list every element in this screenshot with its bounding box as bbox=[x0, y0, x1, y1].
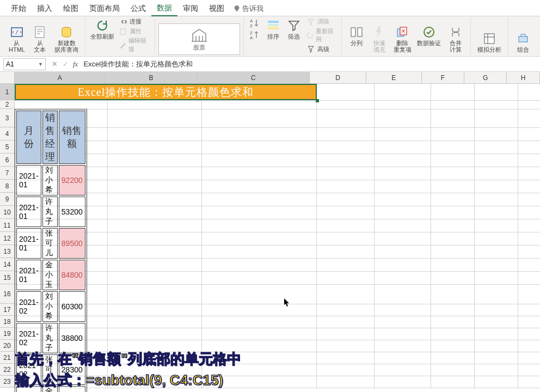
selection-handle[interactable] bbox=[316, 99, 319, 102]
consolidate-button[interactable]: 合并 计算 bbox=[444, 23, 467, 54]
whatif-button[interactable]: 模拟分析 bbox=[474, 30, 505, 54]
header-amount[interactable]: 销售额 bbox=[59, 111, 85, 164]
row-header-1[interactable]: 1 bbox=[0, 84, 15, 100]
sort-button[interactable]: 排序 bbox=[263, 17, 284, 41]
cell-month-0[interactable]: 2021-01 bbox=[16, 165, 41, 195]
cell-amount-0[interactable]: 92200 bbox=[59, 165, 85, 195]
tab-data[interactable]: 数据 bbox=[151, 1, 177, 16]
col-header-F[interactable]: F bbox=[422, 72, 464, 84]
row-header-19[interactable]: 19 bbox=[0, 328, 15, 340]
row-header-7[interactable]: 7 bbox=[0, 167, 15, 180]
select-all-corner[interactable] bbox=[0, 72, 15, 84]
svg-text:A: A bbox=[250, 19, 253, 23]
building-icon bbox=[189, 27, 209, 42]
cell-manager-4[interactable]: 刘小希 bbox=[42, 291, 58, 322]
svg-rect-16 bbox=[484, 34, 494, 44]
formula-input[interactable]: Excel操作技能：按单元格颜色求和 bbox=[80, 59, 540, 69]
tab-draw[interactable]: 绘图 bbox=[58, 2, 84, 16]
connections-button[interactable]: 连接 bbox=[116, 17, 151, 26]
group-button[interactable]: 组合 bbox=[512, 30, 535, 54]
row-header-17[interactable]: 17 bbox=[0, 304, 15, 316]
cancel-formula-button[interactable]: ✕ bbox=[49, 60, 60, 68]
spreadsheet[interactable]: ABCDEFGH 1234567891011121314151617181920… bbox=[0, 72, 540, 392]
filter-button[interactable]: 筛选 bbox=[284, 17, 304, 41]
from-text-button[interactable]: 从 文本 bbox=[28, 23, 51, 54]
sort-az-icon: AZ bbox=[249, 17, 260, 28]
row-header-6[interactable]: 6 bbox=[0, 154, 15, 167]
cell-title-merged[interactable]: Excel操作技能：按单元格颜色求和 bbox=[15, 84, 317, 100]
reapply-button[interactable]: 重新应用 bbox=[304, 27, 338, 45]
refresh-icon bbox=[96, 19, 109, 32]
cell-manager-1[interactable]: 许丸子 bbox=[42, 197, 58, 227]
refresh-all-button[interactable]: 全部刷新 bbox=[89, 17, 116, 41]
row-header-8[interactable]: 8 bbox=[0, 180, 15, 193]
tab-start[interactable]: 开始 bbox=[5, 2, 32, 16]
tab-formula[interactable]: 公式 bbox=[125, 2, 151, 16]
text-to-columns-button[interactable]: 分列 bbox=[345, 23, 368, 47]
enter-formula-button[interactable]: ✓ bbox=[60, 60, 71, 68]
cell-amount-4[interactable]: 60300 bbox=[59, 291, 85, 322]
new-db-query-button[interactable]: 新建数 据库查询 bbox=[51, 23, 82, 54]
cell-amount-2[interactable]: 89500 bbox=[59, 228, 85, 259]
name-box[interactable]: A1▼ bbox=[3, 58, 46, 70]
row-header-10[interactable]: 10 bbox=[0, 206, 15, 219]
data-validation-button[interactable]: 数据验证 bbox=[414, 23, 444, 47]
tab-insert[interactable]: 插入 bbox=[32, 2, 58, 16]
flash-fill-button[interactable]: 快速 填充 bbox=[368, 23, 391, 54]
ribbon-body: 从 HTML 从 文本 新建数 据库查询 全部刷新 连接 属性 编辑链接 bbox=[0, 16, 540, 57]
clear-filter-button[interactable]: 清除 bbox=[304, 17, 338, 26]
row-header-16[interactable]: 16 bbox=[0, 284, 15, 304]
cell-month-3[interactable]: 2021-01 bbox=[16, 260, 41, 290]
row-header-15[interactable]: 15 bbox=[0, 271, 15, 284]
cell-month-4[interactable]: 2021-02 bbox=[16, 291, 41, 322]
row-header-23[interactable]: 23 bbox=[0, 376, 15, 388]
row-header-2[interactable]: 2 bbox=[0, 100, 15, 109]
remove-duplicates-button[interactable]: 删除 重复项 bbox=[391, 23, 414, 54]
ribbon-tabs: 开始 插入 绘图 页面布局 公式 数据 审阅 视图 告诉我 bbox=[0, 0, 540, 16]
col-header-C[interactable]: C bbox=[198, 72, 310, 84]
row-header-5[interactable]: 5 bbox=[0, 140, 15, 154]
col-header-B[interactable]: B bbox=[105, 72, 197, 84]
row-header-14[interactable]: 14 bbox=[0, 258, 15, 271]
col-header-D[interactable]: D bbox=[310, 72, 366, 84]
edit-links-button[interactable]: 编辑链接 bbox=[116, 36, 151, 54]
svg-rect-10 bbox=[268, 27, 279, 29]
stocks-data-type[interactable]: 股票 bbox=[158, 23, 240, 55]
col-header-E[interactable]: E bbox=[366, 72, 422, 84]
col-header-A[interactable]: A bbox=[15, 72, 105, 84]
cell-month-1[interactable]: 2021-01 bbox=[16, 197, 41, 227]
header-manager[interactable]: 销售经理 bbox=[42, 111, 58, 164]
chevron-down-icon: ▼ bbox=[38, 62, 43, 67]
row-header-20[interactable]: 20 bbox=[0, 340, 15, 352]
header-month[interactable]: 月份 bbox=[16, 111, 41, 164]
svg-rect-11 bbox=[351, 28, 355, 36]
row-header-4[interactable]: 4 bbox=[0, 127, 15, 140]
tab-layout[interactable]: 页面布局 bbox=[84, 2, 125, 16]
row-header-12[interactable]: 12 bbox=[0, 232, 15, 245]
properties-button[interactable]: 属性 bbox=[116, 27, 151, 36]
tell-me-search[interactable]: 告诉我 bbox=[233, 4, 263, 14]
cell-manager-3[interactable]: 金小玉 bbox=[42, 260, 58, 290]
row-header-11[interactable]: 11 bbox=[0, 219, 15, 232]
col-header-G[interactable]: G bbox=[464, 72, 507, 84]
fx-icon[interactable]: fx bbox=[73, 60, 78, 69]
row-header-13[interactable]: 13 bbox=[0, 245, 15, 258]
row-header-3[interactable]: 3 bbox=[0, 109, 15, 127]
from-html-button[interactable]: 从 HTML bbox=[5, 23, 28, 54]
cell-month-2[interactable]: 2021-01 bbox=[16, 228, 41, 259]
cell-manager-2[interactable]: 张可儿 bbox=[42, 228, 58, 259]
sort-desc-button[interactable]: ZA bbox=[247, 29, 261, 41]
row-header-18[interactable]: 18 bbox=[0, 316, 15, 328]
advanced-filter-button[interactable]: 高级 bbox=[304, 45, 338, 54]
cell-manager-0[interactable]: 刘小希 bbox=[42, 165, 58, 195]
sort-asc-button[interactable]: AZ bbox=[247, 17, 261, 29]
row-header-21[interactable]: 21 bbox=[0, 352, 15, 364]
row-header-22[interactable]: 22 bbox=[0, 364, 15, 376]
remove-dup-icon bbox=[396, 26, 409, 39]
col-header-H[interactable]: H bbox=[507, 72, 540, 84]
tab-review[interactable]: 审阅 bbox=[177, 2, 204, 16]
cell-amount-1[interactable]: 53200 bbox=[59, 197, 85, 227]
tab-view[interactable]: 视图 bbox=[204, 2, 230, 16]
cell-amount-3[interactable]: 84800 bbox=[59, 260, 85, 290]
row-header-9[interactable]: 9 bbox=[0, 193, 15, 206]
